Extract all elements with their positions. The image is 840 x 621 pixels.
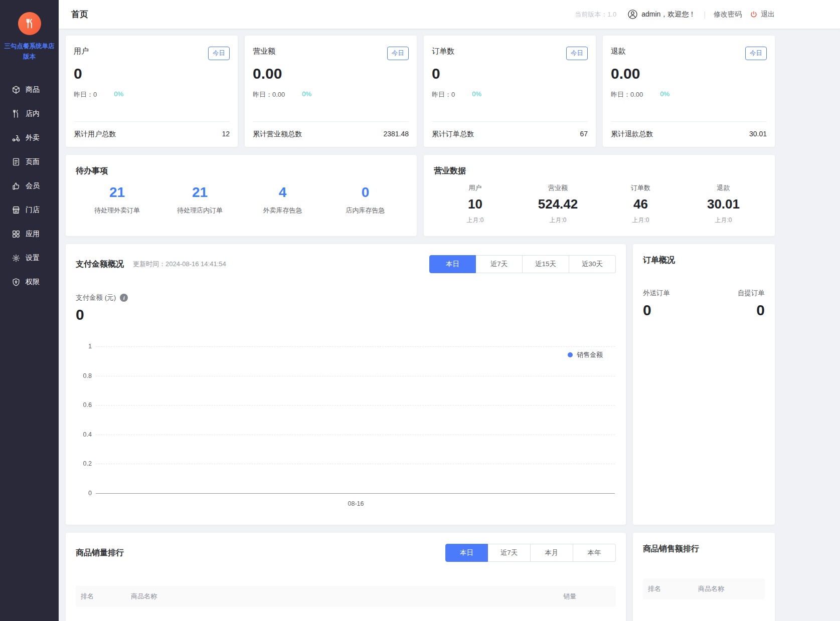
info-icon[interactable]: i (120, 294, 128, 302)
y-axis-tick: 0.6 (76, 401, 92, 408)
scooter-icon (12, 133, 21, 142)
store-icon (12, 205, 21, 215)
stat-yesterday: 昨日：0.00 (611, 90, 643, 99)
user-menu[interactable]: admin，欢迎您！ (627, 9, 696, 20)
sidebar-item-label: 页面 (26, 157, 40, 166)
business-value: 30.01 (682, 196, 765, 212)
pickup-orders-value: 0 (756, 302, 765, 319)
today-badge: 今日 (208, 47, 230, 60)
pickup-orders-label: 自提订单 (738, 289, 765, 298)
todo-item-instore-orders[interactable]: 21 待处理店内订单 (158, 184, 241, 215)
sidebar-item-permissions[interactable]: 权限 (0, 270, 59, 294)
stat-card-sub: 昨日：0 0% (432, 90, 588, 99)
tab-today[interactable]: 本日 (429, 255, 476, 273)
utensils-logo-icon (23, 17, 36, 30)
logout-button[interactable]: 退出 (750, 10, 775, 19)
stat-footer-value: 30.01 (749, 130, 767, 139)
payment-overview-card: 支付金额概况 更新时间：2024-08-16 14:41:54 本日 近7天 近… (66, 244, 626, 525)
tab-today[interactable]: 本日 (445, 544, 488, 562)
stat-footer-label: 累计退款总数 (611, 130, 653, 139)
sales-rank-card: 商品销量排行 本日 近7天 本月 本年 排名 商品名称 销量 (66, 533, 626, 621)
stat-percent: 0% (114, 90, 123, 99)
stat-footer-value: 67 (580, 130, 588, 139)
amount-rank-title: 商品销售额排行 (643, 544, 699, 554)
sidebar-item-label: 会员 (26, 181, 40, 190)
payment-line-chart: 1 0.8 0.6 0.4 0.2 0 销售金额 08-16 (76, 346, 616, 507)
stat-yesterday: 昨日：0 (432, 90, 455, 99)
sidebar-item-goods[interactable]: 商品 (0, 78, 59, 102)
tab-last-30-days[interactable]: 近30天 (569, 255, 616, 273)
sidebar-item-apps[interactable]: 应用 (0, 222, 59, 246)
power-icon (750, 11, 758, 19)
legend-label: 销售金额 (577, 350, 603, 359)
gear-icon (12, 254, 21, 263)
utensils-icon (12, 109, 21, 118)
rank-row: 商品销量排行 本日 近7天 本月 本年 排名 商品名称 销量 (66, 533, 775, 621)
stat-footer-label: 累计营业额总数 (253, 130, 302, 139)
main-area: 首页 当前版本：1.0 admin，欢迎您！ | 修改密码 退出 (59, 0, 840, 621)
topbar-divider: | (704, 11, 706, 19)
logo-title-line2: 版本 (5, 52, 55, 62)
sales-rank-title: 商品销量排行 (76, 548, 124, 558)
sidebar-item-pages[interactable]: 页面 (0, 150, 59, 174)
stat-footer-label: 累计用户总数 (74, 130, 116, 139)
business-data-card: 营业数据 用户 10 上月:0 营业额 524.42 上月:0 (424, 155, 775, 236)
sidebar-item-settings[interactable]: 设置 (0, 246, 59, 270)
sidebar-menu: 商品 店内 外卖 页面 (0, 78, 59, 294)
stat-card-title: 退款 (611, 47, 626, 56)
sidebar-item-instore[interactable]: 店内 (0, 102, 59, 126)
business-label: 用户 (434, 183, 517, 192)
app-root: 三勾点餐系统单店 版本 商品 店内 (0, 0, 840, 621)
payment-range-tabs: 本日 近7天 近15天 近30天 (429, 255, 616, 273)
stat-card-refunds: 退款 今日 0.00 昨日：0.00 0% 累计退款总数 30.01 (603, 36, 775, 147)
sidebar-item-stores[interactable]: 门店 (0, 198, 59, 222)
chart-legend[interactable]: 销售金额 (568, 350, 603, 359)
tab-last-7-days[interactable]: 近7天 (476, 255, 523, 273)
stat-card-users: 用户 今日 0 昨日：0 0% 累计用户总数 12 (66, 36, 238, 147)
logo-title-line1: 三勾点餐系统单店 (5, 41, 55, 52)
todo-item-instore-stock[interactable]: 0 店内库存告急 (324, 184, 407, 215)
version-text: 当前版本：1.0 (575, 10, 616, 19)
y-axis-tick: 0 (76, 490, 92, 497)
tab-this-month[interactable]: 本月 (531, 544, 573, 562)
legend-dot-icon (568, 352, 573, 357)
order-labels: 外送订单 自提订单 (643, 289, 765, 298)
gridline (96, 405, 615, 405)
update-time: 更新时间：2024-08-16 14:41:54 (133, 260, 226, 269)
business-label: 营业额 (517, 183, 599, 192)
todo-card: 待办事项 21 待处理外卖订单 21 待处理店内订单 4 外卖库存告急 (66, 155, 417, 236)
business-item-orders: 订单数 46 上月:0 (599, 183, 682, 225)
todo-item-takeout-stock[interactable]: 4 外卖库存告急 (241, 184, 324, 215)
todo-label: 待处理店内订单 (158, 206, 241, 215)
column-product-name: 商品名称 (131, 592, 563, 601)
topbar-right: 当前版本：1.0 admin，欢迎您！ | 修改密码 退出 (575, 9, 775, 20)
gridline (96, 376, 615, 376)
column-sales-volume: 销量 (563, 592, 611, 601)
tab-last-7-days[interactable]: 近7天 (488, 544, 531, 562)
x-axis-line (96, 493, 615, 494)
content: 用户 今日 0 昨日：0 0% 累计用户总数 12 营业额 (59, 29, 840, 621)
delivery-orders-label: 外送订单 (643, 289, 670, 298)
sidebar-item-members[interactable]: 会员 (0, 174, 59, 198)
chart-plot: 1 0.8 0.6 0.4 0.2 0 销售金额 (96, 346, 615, 493)
stats-row: 用户 今日 0 昨日：0 0% 累计用户总数 12 营业额 (66, 36, 775, 147)
today-badge: 今日 (566, 47, 588, 60)
welcome-text: admin，欢迎您！ (641, 10, 696, 19)
tab-last-15-days[interactable]: 近15天 (523, 255, 569, 273)
change-password-link[interactable]: 修改密码 (714, 10, 742, 19)
stat-card-head: 退款 今日 (611, 47, 767, 60)
business-items: 用户 10 上月:0 营业额 524.42 上月:0 订单数 46 上月 (434, 183, 765, 225)
stat-card-head: 订单数 今日 (432, 47, 588, 60)
todo-item-takeout-orders[interactable]: 21 待处理外卖订单 (76, 184, 158, 215)
thumb-up-icon (12, 181, 21, 190)
column-rank: 排名 (648, 584, 698, 593)
y-axis-tick: 1 (76, 343, 92, 350)
stat-card-sub: 昨日：0 0% (74, 90, 230, 99)
tab-this-year[interactable]: 本年 (573, 544, 616, 562)
sidebar-item-takeout[interactable]: 外卖 (0, 126, 59, 150)
sidebar-item-label: 商品 (26, 85, 40, 94)
stat-card-footer: 累计营业额总数 2381.48 (253, 121, 409, 147)
avatar-icon (627, 9, 638, 20)
grid-icon (12, 230, 21, 239)
sidebar: 三勾点餐系统单店 版本 商品 店内 (0, 0, 59, 621)
